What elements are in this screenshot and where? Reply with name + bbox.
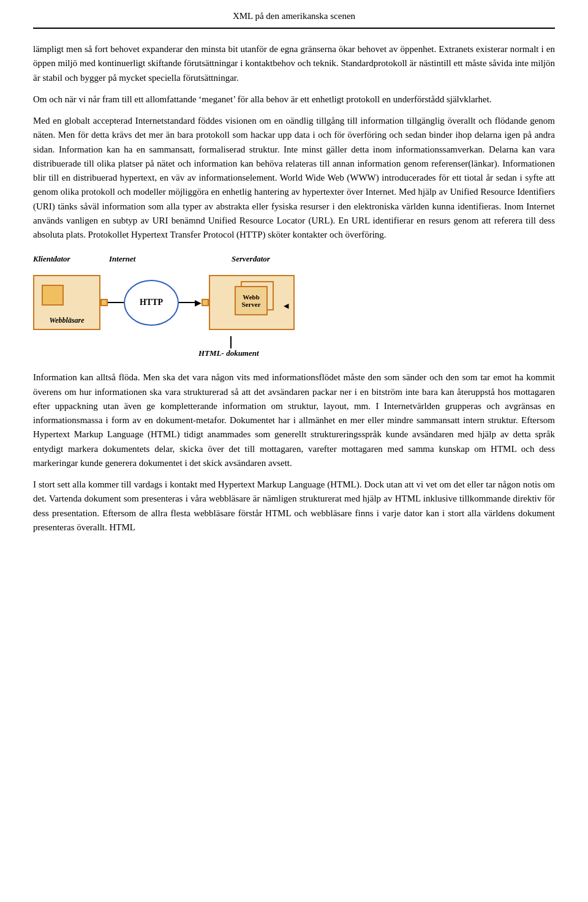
- paragraph-3: Med en globalt accepterad Internetstanda…: [33, 114, 555, 242]
- internet-label: Internet: [109, 254, 183, 264]
- webbläsare-box: Webbläsare: [33, 275, 100, 330]
- right-arrow-head: ▶: [195, 298, 202, 308]
- left-arrow-line: [108, 302, 124, 303]
- paragraph-2: Om och när vi når fram till ett allomfat…: [33, 92, 555, 107]
- vertical-connector: [230, 336, 232, 348]
- http-circle: HTTP: [124, 280, 179, 326]
- server-label: Serverdator: [232, 254, 317, 264]
- left-arrow-area: [100, 299, 124, 306]
- http-label: HTTP: [140, 298, 163, 307]
- right-arrow-area: ▶: [179, 298, 209, 308]
- page: XML på den amerikanska scenen lämpligt m…: [0, 0, 588, 566]
- webb-server-label: Webb Server: [241, 293, 260, 308]
- right-arrow-line: [179, 302, 195, 303]
- diagram-section: Klientdator Internet Serverdator Webbläs…: [33, 254, 555, 364]
- left-connector-box: [100, 299, 108, 306]
- html-dokument-label: HTML- dokument: [198, 348, 259, 358]
- webbläsare-inner-icon: [42, 285, 64, 306]
- paragraph-5: I stort sett alla kommer till vardags i …: [33, 478, 555, 535]
- server-front-layer: Webb Server: [235, 286, 268, 315]
- page-title: XML på den amerikanska scenen: [233, 11, 355, 21]
- html-doc-area: HTML- dokument: [33, 336, 401, 364]
- diagram-row: Webbläsare HTTP ▶: [33, 269, 295, 336]
- klient-label: Klientdator: [33, 254, 100, 264]
- paragraph-1: lämpligt men så fort behovet expanderar …: [33, 42, 555, 85]
- http-area: HTTP: [124, 280, 179, 326]
- server-arrow-indicator: ◀: [284, 302, 288, 310]
- page-header: XML på den amerikanska scenen: [33, 0, 555, 29]
- webbläsare-label: Webbläsare: [49, 316, 84, 325]
- right-connector-box: [202, 299, 209, 306]
- server-box: Webb Server ◀: [209, 275, 295, 330]
- paragraph-4: Information kan alltså flöda. Men ska de…: [33, 370, 555, 470]
